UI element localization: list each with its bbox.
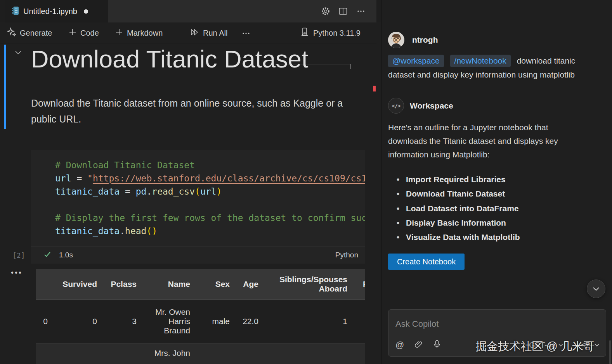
avatar	[388, 32, 404, 48]
table-cell	[97, 343, 137, 364]
generate-label: Generate	[20, 29, 52, 38]
table-cell	[258, 343, 347, 364]
outline-list: Import Required LibrariesDownload Titani…	[397, 172, 591, 244]
modified-marker	[373, 86, 376, 91]
table-cell	[48, 343, 97, 364]
code-line: url = "https://web.stanford.edu/class/ar…	[55, 172, 365, 185]
table-cell: 22.0	[230, 299, 258, 343]
mic-icon[interactable]	[433, 340, 441, 350]
code-cell[interactable]: # Download Titanic Dataseturl = "https:/…	[31, 150, 365, 264]
code-line	[55, 198, 365, 211]
vscode-window: Untitled-1.ipynb	[0, 0, 612, 364]
output-table-header-row: SurvivedPclassNameSexAgeSiblings/Spouses…	[36, 269, 365, 299]
add-markdown-button[interactable]: Markdown	[115, 22, 163, 43]
outline-item: Load Dataset into DataFrame	[397, 201, 591, 216]
table-cell	[230, 343, 258, 364]
attach-icon[interactable]	[414, 340, 423, 350]
table-cell: Mr. Owen Harris Braund	[137, 299, 190, 343]
outline-item: Display Basic Information	[397, 216, 591, 230]
cell-more-button[interactable]: •••	[11, 268, 23, 277]
tab-strip	[108, 0, 376, 22]
output-table-header: Pa	[347, 269, 365, 299]
output-table-header: Age	[230, 269, 258, 299]
create-notebook-button[interactable]: Create Notebook	[388, 254, 465, 270]
output-table-header: Siblings/Spouses Aboard	[258, 269, 347, 299]
run-all-button[interactable]: Run All	[189, 22, 227, 43]
more-actions-icon[interactable]	[355, 5, 367, 17]
kernel-icon	[300, 27, 310, 39]
notebook-file-icon	[12, 6, 19, 17]
output-area: SurvivedPclassNameSexAgeSiblings/Spouses…	[36, 269, 365, 364]
agent-glyph: </>	[392, 103, 400, 109]
tab-title: Untitled-1.ipynb	[23, 7, 77, 16]
output-table: SurvivedPclassNameSexAgeSiblings/Spouses…	[36, 269, 365, 364]
code-line: titanic_data = pd.read_csv(url)	[55, 185, 365, 198]
output-table-header: Name	[137, 269, 190, 299]
cell-duration: 1.0s	[59, 251, 73, 259]
add-markdown-label: Markdown	[127, 29, 163, 38]
workspace-pill[interactable]: @workspace	[388, 55, 444, 67]
table-cell	[347, 343, 365, 364]
output-table-header: Survived	[48, 269, 97, 299]
chat-input-placeholder: Ask Copilot	[395, 319, 439, 329]
output-table-header: Pclass	[97, 269, 137, 299]
editor-tab[interactable]: Untitled-1.ipynb	[5, 0, 108, 22]
cell-status-bar: 1.0s Python	[31, 246, 365, 264]
table-row: 003Mr. Owen Harris Braundmale22.01	[36, 299, 365, 343]
outline-item: Download Titanic Dataset	[397, 186, 591, 201]
execution-count: [2]	[12, 251, 25, 259]
run-all-icon	[189, 27, 199, 39]
output-table-body: 003Mr. Owen Harris Braundmale22.01Mrs. J…	[36, 299, 365, 364]
kernel-label: Python 3.11.9	[313, 29, 361, 38]
outline-item: Import Required Libraries	[397, 172, 591, 186]
plus-icon	[115, 28, 123, 38]
user-message: @workspace /newNotebook download titanic…	[388, 54, 602, 82]
success-check-icon	[43, 250, 51, 260]
unsaved-indicator[interactable]	[84, 9, 88, 14]
table-cell: 3	[97, 299, 137, 343]
table-cell: 0	[48, 299, 97, 343]
panel-scrollbar[interactable]	[609, 340, 611, 364]
mention-icon[interactable]: @	[395, 340, 404, 350]
table-cell: 0	[36, 299, 48, 343]
output-table-header: Sex	[190, 269, 230, 299]
output-table-header	[36, 269, 48, 299]
chat-username: ntrogh	[412, 35, 438, 45]
cell-language[interactable]: Python	[335, 251, 358, 259]
code-line: # Display the first few rows of the data…	[55, 211, 365, 224]
output-table-head: SurvivedPclassNameSexAgeSiblings/Spouses…	[36, 269, 365, 299]
add-code-button[interactable]: Code	[68, 22, 99, 43]
outline-item: Visualize Data with Matplotlib	[397, 230, 591, 244]
cell-focus-bar	[4, 45, 6, 129]
new-notebook-pill[interactable]: /newNotebook	[450, 55, 511, 67]
notebook-toolbar: Generate Code Markdown Run All	[0, 22, 376, 43]
toolbar-divider	[181, 28, 181, 38]
response-intro: Here's an outline for a Jupyter notebook…	[388, 121, 584, 161]
table-cell: Mrs. John	[137, 343, 190, 364]
gear-icon[interactable]	[320, 5, 331, 17]
split-editor-icon[interactable]	[337, 5, 349, 17]
generate-button[interactable]: Generate	[7, 22, 52, 43]
markdown-paragraph: Download the Titanic dataset from an onl…	[31, 95, 349, 127]
code-line: # Download Titanic Dataset	[55, 159, 365, 172]
plus-icon	[68, 28, 77, 38]
table-cell	[190, 343, 230, 364]
code-line: titanic_data.head()	[55, 224, 365, 238]
table-cell	[36, 343, 48, 364]
table-cell: 1	[258, 299, 347, 343]
table-row: Mrs. John	[36, 343, 365, 364]
sparkle-icon	[7, 28, 16, 39]
table-cell	[347, 299, 365, 343]
kernel-picker[interactable]: Python 3.11.9	[300, 22, 361, 43]
table-cell: male	[190, 299, 230, 343]
add-code-label: Code	[80, 29, 99, 38]
run-all-label: Run All	[203, 29, 227, 38]
scroll-down-button[interactable]	[587, 279, 605, 298]
toolbar-more-button[interactable]	[241, 22, 251, 43]
agent-name: Workspace	[410, 101, 453, 110]
code-agent-icon: </>	[388, 98, 404, 114]
chevron-down-icon[interactable]	[13, 47, 23, 59]
code-lines[interactable]: # Download Titanic Dataseturl = "https:/…	[31, 150, 365, 246]
copilot-chat-panel: ntrogh @workspace /newNotebook download …	[382, 0, 612, 364]
watermark: 掘金技术社区 @ 几米哥	[475, 339, 595, 354]
